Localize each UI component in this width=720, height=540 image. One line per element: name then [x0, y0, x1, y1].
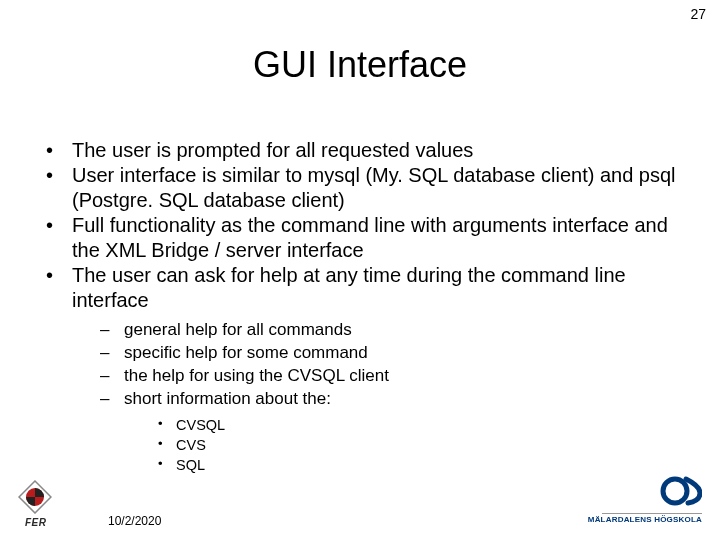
sub-bullet-item: general help for all commands: [96, 319, 680, 342]
sub-bullet-item: short information about the: CVSQL CVS S…: [96, 388, 680, 476]
bullet-item: The user can ask for help at any time du…: [40, 263, 680, 476]
bullet-item: Full functionality as the command line w…: [40, 213, 680, 263]
page-number: 27: [690, 6, 706, 22]
slide-title: GUI Interface: [0, 44, 720, 86]
bullet-item: User interface is similar to mysql (My. …: [40, 163, 680, 213]
divider-line: [602, 513, 702, 514]
svg-point-2: [663, 479, 687, 503]
slide: 27 GUI Interface The user is prompted fo…: [0, 0, 720, 540]
fer-logo-icon: [18, 480, 52, 514]
bullet-item: The user is prompted for all requested v…: [40, 138, 680, 163]
footer-date: 10/2/2020: [108, 514, 161, 528]
fer-logo-label: FER: [25, 517, 47, 528]
malardalens-logo-icon: [660, 476, 702, 510]
malardalens-logo-label: MÄLARDALENS HÖGSKOLA: [588, 515, 702, 524]
sub-sub-bullet-item: CVS: [154, 435, 680, 455]
sub-bullet-item: the help for using the CVSQL client: [96, 365, 680, 388]
sub-bullet-text: short information about the:: [124, 389, 331, 408]
sub-sub-bullet-item: CVSQL: [154, 415, 680, 435]
footer: FER 10/2/2020 MÄLARDALENS HÖGSKOLA: [0, 468, 720, 528]
slide-content: The user is prompted for all requested v…: [40, 138, 680, 476]
sub-bullet-item: specific help for some command: [96, 342, 680, 365]
bullet-text: The user can ask for help at any time du…: [72, 264, 626, 311]
